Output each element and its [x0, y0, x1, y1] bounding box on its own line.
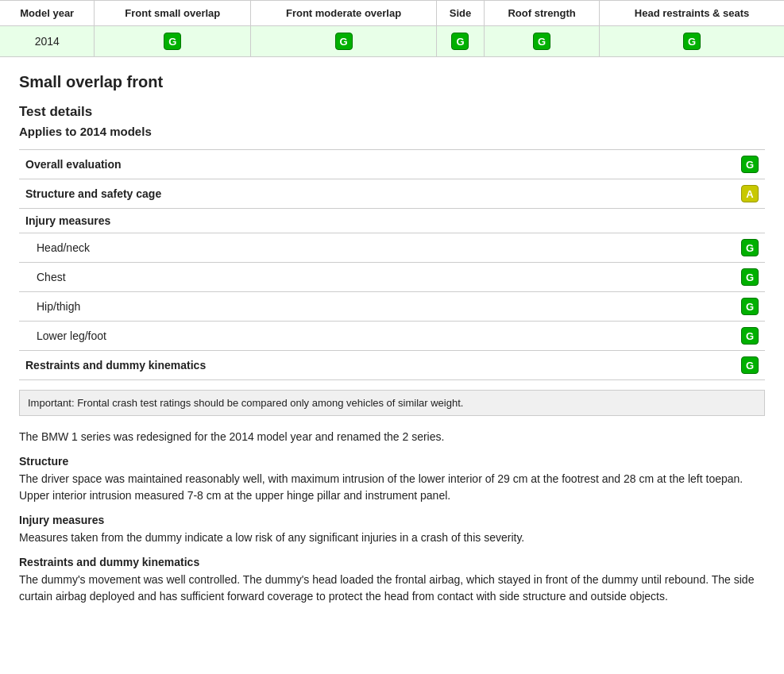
- details-row-rating: G: [733, 263, 765, 292]
- rating-badge: G: [335, 33, 353, 50]
- details-row-label: Head/neck: [19, 233, 733, 263]
- sub-heading: Injury measures: [19, 514, 765, 526]
- model-year-cell: 2014: [0, 26, 95, 57]
- rating-badge: G: [451, 33, 469, 50]
- sub-heading: Structure: [19, 455, 765, 468]
- details-row-label: Hip/thigh: [19, 292, 733, 322]
- rating-badge: G: [741, 298, 759, 315]
- col-header-front-moderate: Front moderate overlap: [251, 1, 437, 26]
- details-row-label: Chest: [19, 263, 733, 292]
- details-row-rating: G: [733, 351, 765, 380]
- section-body-text: The dummy's movement was well controlled…: [19, 572, 765, 605]
- details-row-rating: G: [733, 150, 765, 179]
- details-row: Restraints and dummy kinematicsG: [19, 351, 765, 380]
- details-row-label: Overall evaluation: [19, 150, 733, 179]
- rating-badge: G: [164, 33, 181, 50]
- sub-heading: Restraints and dummy kinematics: [19, 556, 765, 568]
- col-header-side: Side: [437, 1, 485, 26]
- details-row: Injury measures: [19, 209, 765, 233]
- details-row: ChestG: [19, 263, 765, 292]
- details-row: Lower leg/footG: [19, 322, 765, 351]
- section-title: Small overlap front: [19, 73, 765, 91]
- applies-to: Applies to 2014 models: [19, 125, 765, 138]
- main-content: Small overlap front Test details Applies…: [0, 57, 784, 630]
- col-header-roof: Roof strength: [484, 1, 599, 26]
- col-header-model-year: Model year: [0, 1, 95, 26]
- details-row-label: Lower leg/foot: [19, 322, 733, 351]
- details-row-label: Restraints and dummy kinematics: [19, 351, 733, 380]
- rating-badge: G: [741, 356, 759, 374]
- test-details-title: Test details: [19, 104, 765, 120]
- details-row-label: Injury measures: [19, 209, 733, 233]
- summary-table: Model year Front small overlap Front mod…: [0, 0, 784, 57]
- rating-cell: G: [600, 26, 784, 57]
- details-row-rating: [733, 209, 765, 233]
- rating-badge: G: [683, 33, 701, 50]
- rating-cell: G: [484, 26, 599, 57]
- col-header-front-small: Front small overlap: [95, 1, 251, 26]
- details-row: Overall evaluationG: [19, 150, 765, 179]
- details-row-rating: G: [733, 292, 765, 322]
- details-row-rating: G: [733, 322, 765, 351]
- details-row: Structure and safety cageA: [19, 179, 765, 209]
- rating-cell: G: [437, 26, 485, 57]
- rating-badge: G: [741, 156, 759, 173]
- section-body-text: Measures taken from the dummy indicate a…: [19, 530, 765, 546]
- intro-text: The BMW 1 series was redesigned for the …: [19, 429, 765, 445]
- rating-cell: G: [251, 26, 437, 57]
- rating-badge: G: [741, 268, 759, 286]
- details-table: Overall evaluationGStructure and safety …: [19, 149, 765, 380]
- col-header-head-restraints: Head restraints & seats: [600, 1, 784, 26]
- rating-badge: G: [741, 239, 759, 256]
- table-row: 2014GGGGG: [0, 26, 784, 57]
- details-row-rating: A: [733, 179, 765, 209]
- rating-badge: G: [533, 33, 550, 50]
- details-row: Head/neckG: [19, 233, 765, 263]
- rating-badge: G: [741, 327, 759, 345]
- section-body-text: The driver space was maintained reasonab…: [19, 471, 765, 504]
- details-row-rating: G: [733, 233, 765, 263]
- notice-box: Important: Frontal crash test ratings sh…: [19, 390, 765, 416]
- details-row-label: Structure and safety cage: [19, 179, 733, 209]
- details-row: Hip/thighG: [19, 292, 765, 322]
- rating-badge: A: [741, 185, 759, 202]
- rating-cell: G: [95, 26, 251, 57]
